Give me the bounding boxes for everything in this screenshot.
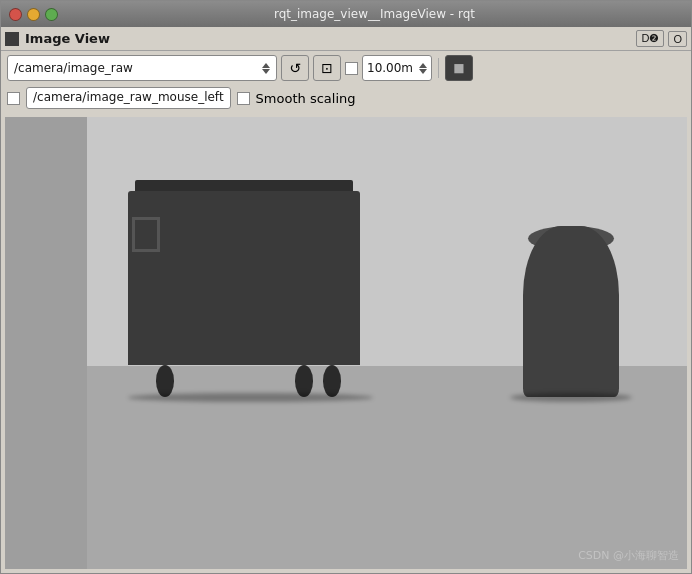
mouse-topic-value: /camera/image_raw_mouse_left bbox=[33, 90, 224, 104]
smooth-scaling-checkbox[interactable] bbox=[237, 92, 250, 105]
camera-scene: CSDN @小海聊智造 bbox=[5, 117, 687, 569]
barrel-shadow bbox=[510, 393, 633, 402]
dumpster-wheel-far-right bbox=[323, 365, 342, 398]
image-view-icon bbox=[5, 32, 19, 46]
time-arrow-down-icon bbox=[419, 69, 427, 74]
smooth-scaling-label: Smooth scaling bbox=[256, 91, 356, 106]
maximize-button[interactable] bbox=[45, 8, 58, 21]
dumpster-wheel-left bbox=[156, 365, 175, 398]
main-window: rqt_image_view__ImageView - rqt Image Vi… bbox=[0, 0, 692, 574]
topic-dropdown[interactable]: /camera/image_raw bbox=[7, 55, 277, 81]
topic-value: /camera/image_raw bbox=[14, 61, 133, 75]
camera-icon: ■ bbox=[453, 61, 464, 75]
dumpster-shadow bbox=[128, 393, 374, 402]
refresh-button[interactable]: ↺ bbox=[281, 55, 309, 81]
time-arrow bbox=[419, 63, 427, 74]
window-controls bbox=[9, 8, 58, 21]
separator bbox=[438, 58, 439, 78]
arrow-up-icon bbox=[262, 63, 270, 68]
time-arrow-up-icon bbox=[419, 63, 427, 68]
time-input[interactable]: 10.00m bbox=[362, 55, 432, 81]
second-toolbar: /camera/image_raw_mouse_left Smooth scal… bbox=[1, 85, 691, 113]
close-button[interactable] bbox=[9, 8, 22, 21]
menu-right: D❷ O bbox=[636, 30, 687, 47]
undock-button[interactable]: O bbox=[668, 31, 687, 47]
barrel bbox=[523, 226, 618, 398]
camera-button[interactable]: ■ bbox=[445, 55, 473, 81]
dynamic-checkbox[interactable] bbox=[345, 62, 358, 75]
title-bar: rqt_image_view__ImageView - rqt bbox=[1, 1, 691, 27]
menu-bar: Image View D❷ O bbox=[1, 27, 691, 51]
mouse-topic-checkbox[interactable] bbox=[7, 92, 20, 105]
barrel-body bbox=[523, 226, 618, 398]
dumpster bbox=[128, 180, 360, 397]
dumpster-body bbox=[128, 191, 360, 365]
window-title: rqt_image_view__ImageView - rqt bbox=[66, 7, 683, 21]
fit-button[interactable]: ⊡ bbox=[313, 55, 341, 81]
scene-left-wall bbox=[5, 117, 87, 569]
mouse-topic-input[interactable]: /camera/image_raw_mouse_left bbox=[26, 87, 231, 109]
minimize-button[interactable] bbox=[27, 8, 40, 21]
help-button[interactable]: D❷ bbox=[636, 30, 664, 47]
fit-icon: ⊡ bbox=[321, 60, 333, 76]
menu-label: Image View bbox=[25, 31, 110, 46]
refresh-icon: ↺ bbox=[289, 60, 301, 76]
dropdown-arrow bbox=[262, 63, 270, 74]
time-value: 10.00m bbox=[367, 61, 413, 75]
main-toolbar: /camera/image_raw ↺ ⊡ 10.00m ■ bbox=[1, 51, 691, 85]
dumpster-handle bbox=[132, 217, 160, 252]
watermark: CSDN @小海聊智造 bbox=[578, 548, 679, 563]
arrow-down-icon bbox=[262, 69, 270, 74]
image-area: CSDN @小海聊智造 bbox=[5, 117, 687, 569]
